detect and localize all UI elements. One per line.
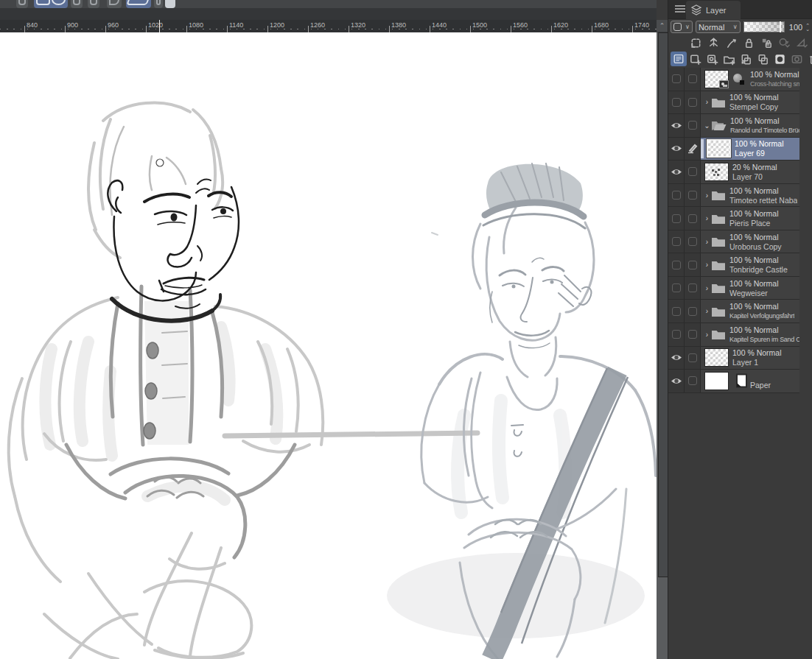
layer-row-content[interactable]: 20 % NormalLayer 70 [701, 161, 799, 183]
tool-button[interactable] [88, 0, 99, 8]
layer-row-ranold-und-timotelo-br-c[interactable]: ⌄100 % NormalRanold und Timotelo Brüc [668, 114, 799, 138]
layer-thumbnail[interactable] [704, 372, 729, 390]
expand-arrow-icon[interactable]: › [703, 307, 711, 315]
layer-visibility-toggle[interactable] [668, 253, 685, 276]
checkbox[interactable] [672, 283, 681, 292]
layer-row-layer-69[interactable]: 100 % NormalLayer 69 [668, 138, 799, 161]
checkbox[interactable] [672, 307, 681, 316]
folder-thumbnail[interactable] [711, 119, 727, 131]
tool-button[interactable] [165, 0, 175, 8]
scroll-up-button[interactable]: ⌃ [657, 20, 668, 32]
canvas-vertical-scrollbar[interactable] [657, 32, 668, 659]
layer-row-kapitel-spuren-im-sand-c[interactable]: ›100 % NormalKapitel Spuren im Sand C [668, 323, 799, 347]
layer-row-layer-70[interactable]: 20 % NormalLayer 70 [668, 161, 799, 184]
layer-visibility-toggle[interactable] [668, 207, 685, 230]
tool-button[interactable] [154, 0, 163, 8]
checkbox[interactable] [672, 330, 681, 339]
blend-mode-dropdown[interactable]: Normal ∨ [696, 21, 741, 33]
layer-row-tonbridge-castle[interactable]: ›100 % NormalTonbridge Castle [668, 253, 799, 277]
transfer-to-lower-layer-icon[interactable] [740, 53, 752, 66]
collapse-arrow-icon[interactable]: ⌄ [703, 121, 711, 130]
layer-edit-target-toggle[interactable] [685, 277, 701, 300]
layer-visibility-toggle[interactable] [668, 347, 685, 370]
checkbox[interactable] [672, 74, 681, 83]
layer-row-content[interactable]: ›100 % NormalStempel Copy [701, 91, 799, 114]
checkbox[interactable] [688, 307, 697, 316]
palette-display-button[interactable] [671, 52, 687, 66]
tool-button-selection-group[interactable] [34, 0, 68, 8]
set-as-draft-layer-icon[interactable] [707, 36, 720, 49]
checkbox[interactable] [688, 353, 697, 362]
layer-row-content[interactable]: ›100 % NormalTonbridge Castle [701, 253, 799, 276]
folder-thumbnail[interactable] [711, 328, 726, 340]
folder-thumbnail[interactable] [711, 189, 726, 201]
checkbox[interactable] [672, 214, 681, 223]
layer-visibility-toggle[interactable] [668, 138, 685, 161]
layer-visibility-toggle[interactable] [668, 114, 685, 137]
layer-row-cross-hatching-sm[interactable]: 100 % NormalCross-hatching sm [668, 68, 799, 91]
layer-row-kapitel-verfolgungsfahrt[interactable]: ›100 % NormalKapitel Verfolgungsfahrt [668, 300, 799, 323]
tool-button[interactable] [71, 0, 83, 8]
new-vector-layer-icon[interactable] [706, 53, 718, 66]
expand-arrow-icon[interactable]: › [703, 284, 711, 292]
layer-edit-target-toggle[interactable] [685, 370, 701, 392]
panel-menu-button[interactable] [675, 5, 685, 13]
layer-edit-target-toggle[interactable] [685, 230, 701, 253]
clip-at-layer-below-icon[interactable] [689, 36, 702, 49]
folder-thumbnail[interactable] [711, 282, 726, 294]
layer-edit-target-toggle[interactable] [685, 68, 701, 91]
expand-arrow-icon[interactable]: › [703, 331, 711, 339]
checkbox[interactable] [672, 237, 681, 246]
expand-arrow-icon[interactable]: › [703, 238, 711, 246]
layer-visibility-toggle[interactable] [668, 300, 685, 323]
lock-transparent-pixels-icon[interactable] [742, 36, 755, 49]
layer-visibility-toggle[interactable] [668, 277, 685, 300]
checkbox[interactable] [688, 74, 697, 83]
folder-thumbnail[interactable] [711, 306, 726, 317]
checkbox[interactable] [688, 237, 697, 246]
layer-row-wegweiser[interactable]: ›100 % NormalWegweiser [668, 277, 799, 300]
checkbox[interactable] [688, 330, 697, 339]
layer-row-content[interactable]: 100 % NormalLayer 1 [701, 347, 799, 370]
create-layer-mask-icon[interactable] [774, 53, 786, 66]
checkbox[interactable] [672, 261, 681, 269]
tool-button[interactable] [16, 0, 28, 8]
layer-row-content[interactable]: ›100 % NormalUroborus Copy [701, 230, 799, 253]
layer-row-content[interactable]: ›100 % NormalKapitel Spuren im Sand C [701, 323, 799, 346]
checkbox[interactable] [688, 191, 697, 200]
layer-row-content[interactable]: ›100 % NormalKapitel Verfolgungsfahrt [701, 300, 799, 323]
folder-thumbnail[interactable] [711, 236, 726, 247]
expand-arrow-icon[interactable]: › [703, 214, 711, 222]
lock-layer-icon[interactable] [724, 36, 738, 49]
layer-row-uroborus-copy[interactable]: ›100 % NormalUroborus Copy [668, 230, 799, 254]
enable-mask-icon[interactable] [760, 36, 773, 49]
tab-layer[interactable]: Layer [686, 1, 741, 19]
checkbox[interactable] [688, 261, 697, 269]
layer-edit-target-toggle[interactable] [685, 114, 701, 137]
layer-visibility-toggle[interactable] [668, 323, 685, 346]
layer-row-stempel-copy[interactable]: ›100 % NormalStempel Copy [668, 91, 799, 115]
layer-row-pieris-place[interactable]: ›100 % NormalPieris Place [668, 207, 799, 230]
layer-edit-target-toggle[interactable] [685, 91, 701, 114]
layer-blend-style-dropdown[interactable]: ∨ [671, 21, 693, 33]
layer-row-content[interactable]: ›100 % NormalPieris Place [701, 207, 799, 230]
opacity-slider-handle[interactable] [780, 21, 781, 32]
layer-row-content[interactable]: Paper [701, 370, 799, 392]
layer-row-content[interactable]: 100 % NormalLayer 69 [701, 138, 799, 161]
layer-edit-target-toggle[interactable] [685, 161, 701, 183]
new-raster-layer-icon[interactable] [689, 53, 701, 66]
checkbox[interactable] [672, 98, 681, 107]
layer-visibility-toggle[interactable] [668, 91, 685, 114]
layer-row-layer-1[interactable]: 100 % NormalLayer 1 [668, 347, 799, 370]
opacity-spinner[interactable]: ⌃⌄ [805, 24, 810, 31]
layer-thumbnail[interactable] [707, 139, 731, 158]
layer-visibility-toggle[interactable] [668, 370, 685, 392]
layer-thumbnail[interactable] [704, 348, 729, 367]
checkbox[interactable] [688, 98, 697, 107]
layer-thumbnail[interactable] [704, 70, 729, 88]
layer-row-content[interactable]: ›100 % NormalWegweiser [701, 277, 799, 300]
folder-thumbnail[interactable] [711, 259, 726, 271]
checkbox[interactable] [688, 376, 697, 385]
expand-arrow-icon[interactable]: › [703, 98, 711, 106]
checkbox[interactable] [672, 191, 681, 200]
